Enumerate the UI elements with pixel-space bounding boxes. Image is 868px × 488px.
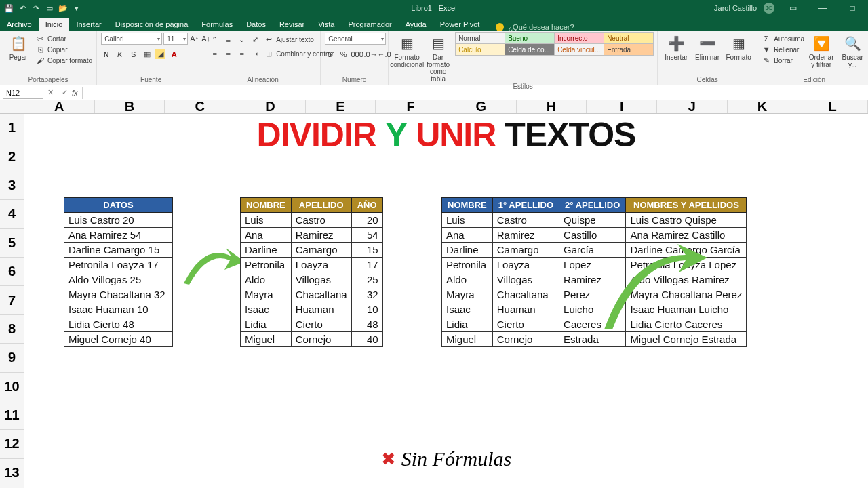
redo-icon[interactable]: ↷ <box>31 3 41 13</box>
col-header[interactable]: I <box>587 100 657 113</box>
style-bad[interactable]: Incorrecto <box>554 32 604 44</box>
grow-font-icon[interactable]: A↑ <box>189 34 199 44</box>
col-header[interactable]: H <box>517 100 587 113</box>
number-format-select[interactable]: General <box>325 33 386 45</box>
row-header[interactable]: 13 <box>0 459 24 487</box>
conditional-format-button[interactable]: ▦Formato condicional <box>393 33 421 68</box>
user-avatar-icon[interactable]: JC <box>764 3 774 14</box>
maximize-icon[interactable]: □ <box>841 0 864 16</box>
delete-cells-button[interactable]: ➖Eliminar <box>693 33 722 62</box>
open-icon[interactable]: 📂 <box>58 3 68 13</box>
row-header[interactable]: 1 <box>0 114 24 142</box>
tab-powerpivot[interactable]: Power Pivot <box>433 18 487 31</box>
paste-button[interactable]: 📋 Pegar <box>4 33 33 62</box>
align-right-icon[interactable]: ≡ <box>237 49 247 59</box>
inc-decimal-icon[interactable]: .0→ <box>366 49 376 59</box>
col-header[interactable]: L <box>797 100 868 113</box>
tab-review[interactable]: Revisar <box>273 18 311 31</box>
col-header[interactable]: D <box>235 100 306 113</box>
clear-button[interactable]: ✎Borrar <box>762 56 804 65</box>
style-neutral[interactable]: Neutral <box>604 32 654 44</box>
row-header[interactable]: 7 <box>0 286 24 314</box>
row-header[interactable]: 3 <box>0 171 24 200</box>
copy-button[interactable]: ⎘Copiar <box>35 45 92 54</box>
col-header[interactable]: E <box>306 100 376 113</box>
row-header[interactable]: 5 <box>0 229 24 258</box>
style-normal[interactable]: Normal <box>455 32 505 44</box>
col-header[interactable]: F <box>376 100 446 113</box>
format-table-button[interactable]: ▤Dar formato como tabla <box>424 33 452 83</box>
italic-button[interactable]: K <box>115 49 125 59</box>
fx-icon[interactable]: fx <box>72 89 78 97</box>
style-good[interactable]: Bueno <box>505 32 555 44</box>
bold-button[interactable]: N <box>101 49 111 59</box>
format-painter-button[interactable]: 🖌Copiar formato <box>35 56 92 65</box>
more-icon[interactable]: ▾ <box>72 3 81 13</box>
row-header[interactable]: 10 <box>0 373 24 401</box>
style-linked[interactable]: Celda vincul... <box>554 43 604 56</box>
worksheet-grid[interactable]: 12345678910111213 DIVIDIR Y UNIR TEXTOS … <box>0 114 868 488</box>
percent-icon[interactable]: % <box>338 49 349 59</box>
font-name-select[interactable]: Calibri <box>101 33 162 45</box>
fill-color-button[interactable]: ◢ <box>155 49 165 59</box>
tell-me-search[interactable]: ¿Qué desea hacer? <box>496 23 574 31</box>
col-header[interactable]: B <box>95 100 165 113</box>
autosum-button[interactable]: ΣAutosuma <box>762 34 804 43</box>
style-check[interactable]: Celda de co... <box>505 43 555 56</box>
align-bottom-icon[interactable]: ⌄ <box>237 35 247 45</box>
col-header[interactable]: J <box>657 100 728 113</box>
align-middle-icon[interactable]: ≡ <box>223 35 233 45</box>
col-header[interactable]: K <box>728 100 798 113</box>
tab-help[interactable]: Ayuda <box>399 18 433 31</box>
row-header[interactable]: 4 <box>0 200 24 228</box>
row-header[interactable]: 12 <box>0 430 24 458</box>
new-icon[interactable]: ▭ <box>45 3 54 13</box>
tab-view[interactable]: Vista <box>311 18 341 31</box>
enter-icon[interactable]: ✓ <box>62 88 68 97</box>
sort-filter-button[interactable]: 🔽Ordenar y filtrar <box>807 33 835 68</box>
cell-canvas[interactable]: DIVIDIR Y UNIR TEXTOS DATOS Luis Castro … <box>24 114 868 488</box>
save-icon[interactable]: 💾 <box>4 3 14 13</box>
minimize-icon[interactable]: — <box>811 0 834 16</box>
col-header[interactable]: G <box>446 100 517 113</box>
currency-icon[interactable]: $ <box>325 49 335 59</box>
align-left-icon[interactable]: ≡ <box>210 49 220 59</box>
col-header[interactable]: C <box>165 100 235 113</box>
row-header[interactable]: 9 <box>0 344 24 372</box>
align-top-icon[interactable]: ⌃ <box>210 35 220 45</box>
comma-icon[interactable]: 000 <box>352 49 362 59</box>
insert-cells-button[interactable]: ➕Insertar <box>662 33 690 62</box>
tab-home[interactable]: Inicio <box>39 18 70 31</box>
align-center-icon[interactable]: ≡ <box>223 49 233 59</box>
row-header[interactable]: 8 <box>0 315 24 344</box>
row-header[interactable]: 6 <box>0 258 24 286</box>
style-input[interactable]: Entrada <box>604 43 654 56</box>
tab-file[interactable]: Archivo <box>0 18 39 31</box>
cut-button[interactable]: ✂Cortar <box>35 34 92 43</box>
tab-formulas[interactable]: Fórmulas <box>195 18 239 31</box>
font-size-select[interactable]: 11 <box>163 33 188 45</box>
underline-button[interactable]: S <box>128 49 138 59</box>
ribbon-options-icon[interactable]: ▭ <box>781 0 804 16</box>
row-header[interactable]: 11 <box>0 401 24 430</box>
indent-icon[interactable]: ⇥ <box>250 49 260 59</box>
tab-layout[interactable]: Disposición de página <box>108 18 195 31</box>
formula-input[interactable] <box>82 87 868 99</box>
border-button[interactable]: ▦ <box>142 49 152 59</box>
row-header[interactable]: 2 <box>0 142 24 171</box>
cancel-icon[interactable]: ✕ <box>47 88 54 97</box>
undo-icon[interactable]: ↶ <box>18 3 27 13</box>
format-cells-button[interactable]: ▦Formato <box>724 33 753 62</box>
col-header[interactable]: A <box>24 100 95 113</box>
tab-data[interactable]: Datos <box>239 18 273 31</box>
orientation-icon[interactable]: ⤢ <box>250 35 260 45</box>
user-name[interactable]: Jarol Castillo <box>714 4 757 12</box>
name-box[interactable]: N12 <box>3 87 43 99</box>
tab-developer[interactable]: Programador <box>341 18 398 31</box>
select-all-corner[interactable] <box>0 100 24 113</box>
fill-button[interactable]: ▼Rellenar <box>762 45 804 54</box>
style-calc[interactable]: Cálculo <box>455 43 505 56</box>
find-button[interactable]: 🔍Buscar y... <box>838 33 867 68</box>
tab-insert[interactable]: Insertar <box>69 18 108 31</box>
font-color-button[interactable]: A <box>169 49 179 59</box>
